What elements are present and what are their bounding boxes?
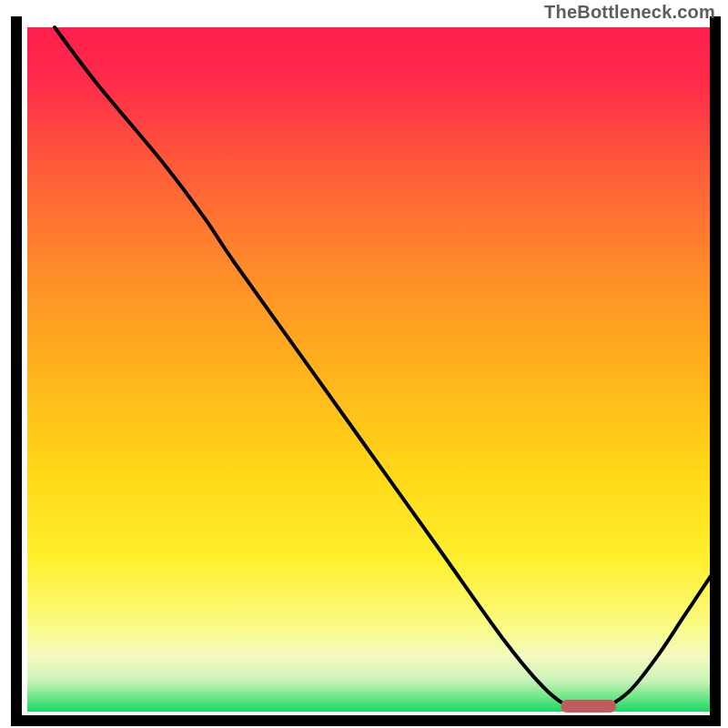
bottleneck-chart xyxy=(0,0,728,728)
plot-background xyxy=(27,27,712,712)
attribution-text: TheBottleneck.com xyxy=(544,2,715,23)
optimal-marker xyxy=(561,700,616,713)
